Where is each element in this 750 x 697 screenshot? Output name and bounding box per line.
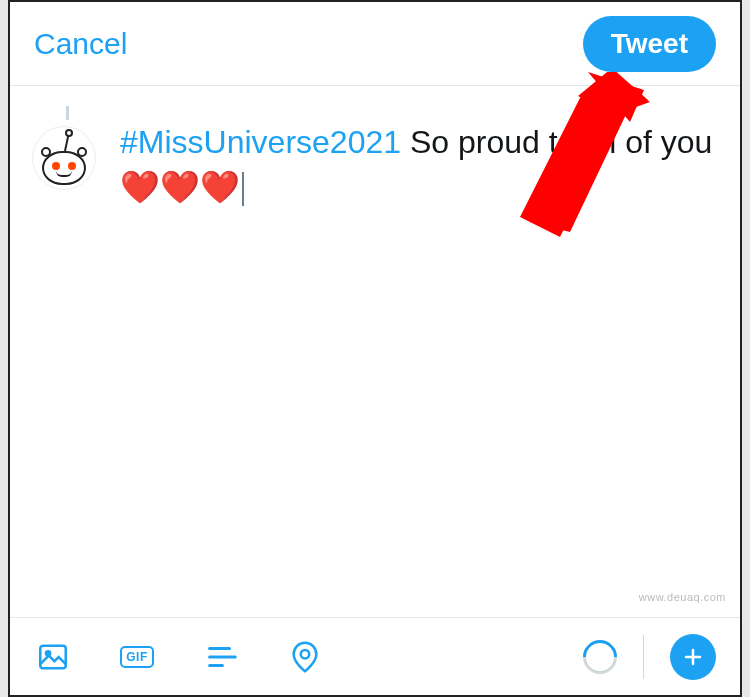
tweet-body-after: to all of you <box>540 124 713 160</box>
tweet-text-input[interactable]: #MissUniverse2021 So proud to all of you… <box>102 106 718 597</box>
text-cursor <box>242 172 244 206</box>
header-bar: Cancel Tweet <box>10 2 740 86</box>
compose-toolbar: GIF <box>10 617 740 695</box>
image-icon[interactable] <box>34 638 72 676</box>
character-count-circle <box>583 640 617 674</box>
watermark: www.deuaq.com <box>639 591 726 603</box>
toolbar-divider <box>643 635 644 679</box>
compose-tweet-modal: Cancel Tweet r #MissUniverse2021 So prou… <box>8 0 742 697</box>
avatar[interactable]: r <box>32 126 96 190</box>
tweet-button[interactable]: Tweet <box>583 16 716 72</box>
compose-area: r #MissUniverse2021 So proud to all of y… <box>10 86 740 617</box>
avatar-badge: r <box>94 145 96 177</box>
plus-icon <box>681 645 705 669</box>
gif-label: GIF <box>120 646 154 668</box>
hashtag-text: #MissUniverse2021 <box>120 124 401 160</box>
poll-icon[interactable] <box>202 638 240 676</box>
location-icon[interactable] <box>286 638 324 676</box>
avatar-column: r <box>32 106 102 597</box>
tweet-body-before: So pro <box>401 124 504 160</box>
thread-connector <box>66 106 69 120</box>
svg-rect-0 <box>40 645 66 668</box>
cancel-button[interactable]: Cancel <box>34 27 127 61</box>
add-thread-button[interactable] <box>670 634 716 680</box>
heart-emojis: ❤️❤️❤️ <box>120 169 240 205</box>
gif-icon[interactable]: GIF <box>118 638 156 676</box>
svg-point-5 <box>301 649 310 658</box>
tweet-body-covered: ud <box>504 124 540 160</box>
toolbar-right-group <box>583 634 716 680</box>
